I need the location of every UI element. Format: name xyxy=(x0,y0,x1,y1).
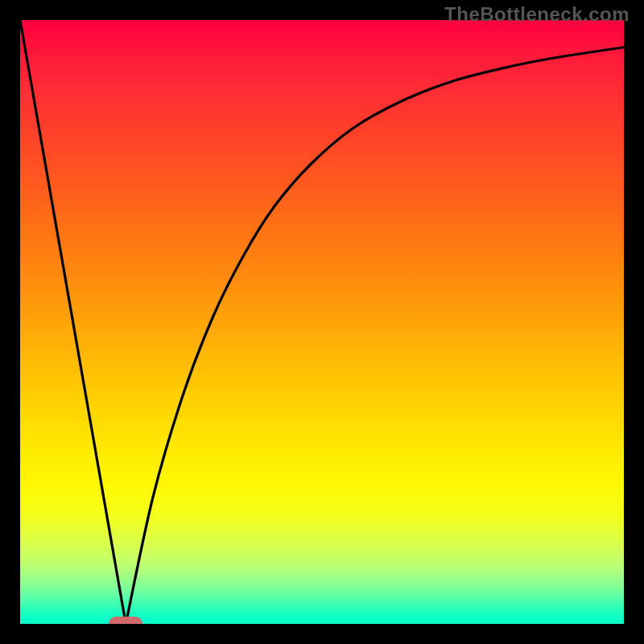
watermark-label: TheBottleneck.com xyxy=(444,3,630,26)
plot-area xyxy=(20,20,624,624)
chart-frame: TheBottleneck.com xyxy=(0,0,644,644)
right-curve-path xyxy=(126,47,624,624)
left-line-path xyxy=(20,20,126,624)
curve-layer xyxy=(20,20,624,624)
